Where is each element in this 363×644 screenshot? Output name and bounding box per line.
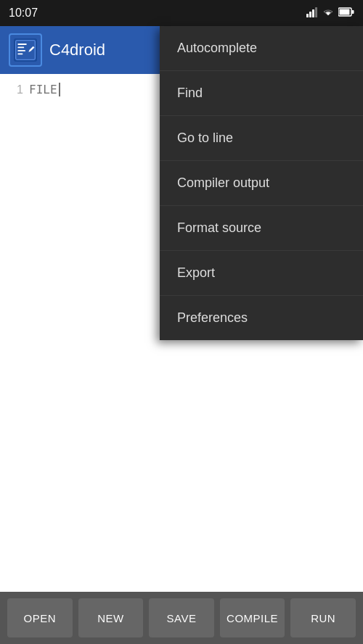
wifi-icon [322, 7, 335, 20]
svg-rect-12 [17, 53, 23, 54]
menu-item-go-to-line[interactable]: Go to line [160, 116, 363, 161]
app-bar: C4droid [0, 26, 160, 74]
status-icons [306, 7, 354, 20]
status-bar: 10:07 [0, 0, 363, 26]
menu-item-preferences[interactable]: Preferences [160, 296, 363, 340]
compile-button[interactable]: COMPILE [220, 598, 285, 637]
signal-icon [306, 7, 318, 20]
svg-rect-3 [315, 7, 317, 17]
app-title: C4droid [49, 41, 105, 59]
svg-rect-6 [352, 10, 354, 14]
open-button[interactable]: OPEN [7, 598, 73, 637]
save-button[interactable]: SAVE [149, 598, 214, 637]
menu-item-format-source[interactable]: Format source [160, 206, 363, 251]
run-button[interactable]: RUN [290, 598, 356, 637]
menu-item-autocomplete[interactable]: Autocomplete [160, 26, 363, 71]
new-button[interactable]: NEW [78, 598, 144, 637]
svg-rect-9 [17, 44, 26, 45]
svg-rect-1 [309, 12, 311, 17]
dropdown-menu: Autocomplete Find Go to line Compiler ou… [160, 26, 363, 340]
svg-rect-2 [312, 9, 314, 17]
svg-rect-11 [17, 50, 25, 51]
bottom-toolbar: OPEN NEW SAVE COMPILE RUN [0, 592, 363, 644]
svg-rect-5 [340, 9, 350, 15]
battery-icon [338, 7, 354, 20]
menu-item-find[interactable]: Find [160, 71, 363, 116]
editor-overlay [0, 26, 160, 592]
menu-item-compiler-output[interactable]: Compiler output [160, 161, 363, 206]
menu-item-export[interactable]: Export [160, 251, 363, 296]
svg-rect-10 [17, 47, 24, 49]
svg-rect-0 [306, 14, 309, 17]
status-time: 10:07 [9, 7, 38, 20]
app-logo [9, 33, 42, 67]
